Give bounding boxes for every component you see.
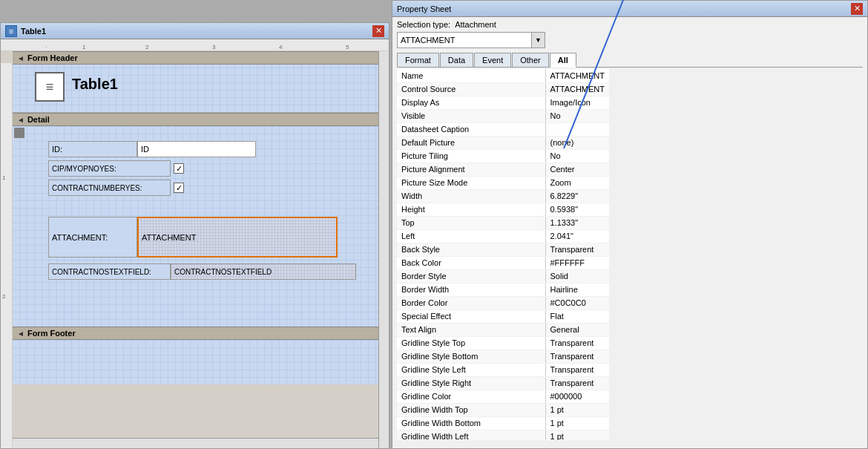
prop-value-cell[interactable]: Transparent bbox=[545, 376, 609, 390]
tab-all[interactable]: All bbox=[550, 53, 576, 68]
prop-value-cell[interactable]: 1 pt bbox=[545, 430, 609, 440]
property-row[interactable]: Control SourceATTACHMENT bbox=[397, 82, 609, 96]
prop-value-cell[interactable]: 2.041" bbox=[545, 229, 609, 243]
prop-value-cell[interactable]: Zoom bbox=[545, 176, 609, 189]
prop-value-cell[interactable] bbox=[545, 122, 609, 136]
property-row[interactable]: Special EffectFlat bbox=[397, 309, 609, 323]
property-row[interactable]: Default Picture(none) bbox=[397, 136, 609, 149]
form-header-icon: ≡ bbox=[35, 72, 65, 102]
contract-number-label: CONTRACTNUMBERYES: bbox=[48, 180, 171, 196]
prop-name-cell: Visible bbox=[397, 109, 545, 122]
form-footer-area bbox=[13, 340, 389, 384]
property-row[interactable]: VisibleNo bbox=[397, 109, 609, 122]
prop-name-cell: Gridline Style Right bbox=[397, 376, 545, 390]
form-footer-section: ◄ Form Footer bbox=[13, 327, 389, 384]
property-row[interactable]: Picture AlignmentCenter bbox=[397, 163, 609, 176]
property-row[interactable]: Width6.8229" bbox=[397, 189, 609, 203]
tab-event[interactable]: Event bbox=[474, 53, 511, 67]
prop-name-cell: Gridline Style Top bbox=[397, 336, 545, 350]
cip-checkbox[interactable]: ✓ bbox=[174, 163, 184, 174]
cip-label: CIP/MYOPNOYES: bbox=[48, 160, 171, 177]
prop-value-cell[interactable]: Hairline bbox=[545, 283, 609, 296]
horizontal-scrollbar[interactable] bbox=[13, 438, 378, 448]
prop-value-cell[interactable]: Image/Icon bbox=[545, 96, 609, 109]
tab-format[interactable]: Format bbox=[397, 53, 439, 67]
prop-value-cell[interactable]: #000000 bbox=[545, 390, 609, 403]
contract-number-checkbox[interactable]: ✓ bbox=[174, 183, 184, 193]
property-tabs: Format Data Event Other All bbox=[397, 53, 863, 68]
property-row[interactable]: Datasheet Caption bbox=[397, 122, 609, 136]
prop-value-cell[interactable]: 6.8229" bbox=[545, 189, 609, 203]
form-design-area: 1 2 ◄ Form Header ≡ Table1 ◄ Detail bbox=[1, 51, 389, 448]
prop-value-cell[interactable]: ATTACHMENT bbox=[545, 82, 609, 96]
property-close-button[interactable]: ✕ bbox=[851, 3, 863, 15]
form-header-title: Table1 bbox=[72, 76, 118, 93]
property-row[interactable]: Back StyleTransparent bbox=[397, 243, 609, 256]
property-row[interactable]: Back Color#FFFFFF bbox=[397, 256, 609, 269]
property-row[interactable]: Top1.1333" bbox=[397, 216, 609, 229]
prop-value-cell[interactable]: 1 pt bbox=[545, 403, 609, 416]
property-title-bar: Property Sheet ✕ bbox=[392, 1, 867, 17]
property-row[interactable]: Display AsImage/Icon bbox=[397, 96, 609, 109]
tab-data[interactable]: Data bbox=[440, 53, 473, 67]
property-row[interactable]: Border StyleSolid bbox=[397, 269, 609, 283]
move-handle[interactable] bbox=[14, 128, 24, 138]
prop-value-cell[interactable]: Solid bbox=[545, 269, 609, 283]
property-row[interactable]: Height0.5938" bbox=[397, 203, 609, 216]
vertical-ruler: 1 2 bbox=[1, 63, 13, 448]
prop-value-cell[interactable]: Transparent bbox=[545, 336, 609, 350]
property-row[interactable]: Gridline Width Top1 pt bbox=[397, 403, 609, 416]
prop-value-cell[interactable]: Flat bbox=[545, 309, 609, 323]
attachment-label: ATTACHMENT: bbox=[48, 217, 137, 258]
prop-value-cell[interactable]: General bbox=[545, 323, 609, 336]
prop-name-cell: Special Effect bbox=[397, 309, 545, 323]
attachment-control[interactable]: ATTACHMENT bbox=[137, 217, 338, 258]
prop-name-cell: Left bbox=[397, 229, 545, 243]
property-row[interactable]: Gridline Width Left1 pt bbox=[397, 430, 609, 440]
prop-value-cell[interactable]: 1 pt bbox=[545, 416, 609, 430]
dropdown-value: ATTACHMENT bbox=[398, 36, 531, 45]
prop-value-cell[interactable]: Transparent bbox=[545, 350, 609, 363]
prop-name-cell: Picture Tiling bbox=[397, 149, 545, 163]
contractno-control[interactable]: CONTRACTNOSTEXTFIELD bbox=[171, 263, 356, 280]
prop-value-cell[interactable]: No bbox=[545, 109, 609, 122]
prop-value-cell[interactable]: (none) bbox=[545, 136, 609, 149]
vertical-scrollbar[interactable] bbox=[378, 51, 389, 448]
property-window-title: Property Sheet bbox=[397, 4, 451, 13]
dropdown-arrow-icon[interactable]: ▼ bbox=[531, 33, 545, 47]
property-row[interactable]: NameATTACHMENT bbox=[397, 69, 609, 82]
prop-name-cell: Display As bbox=[397, 96, 545, 109]
form-header-label: ◄ Form Header bbox=[13, 51, 389, 65]
prop-value-cell[interactable]: 0.5938" bbox=[545, 203, 609, 216]
detail-arrow-icon: ◄ bbox=[17, 116, 24, 124]
property-content: Selection type: Attachment ATTACHMENT ▼ … bbox=[392, 17, 867, 443]
property-row[interactable]: Gridline Color#000000 bbox=[397, 390, 609, 403]
prop-name-cell: Default Picture bbox=[397, 136, 545, 149]
property-row[interactable]: Text AlignGeneral bbox=[397, 323, 609, 336]
property-row[interactable]: Gridline Style RightTransparent bbox=[397, 376, 609, 390]
prop-value-cell[interactable]: 1.1333" bbox=[545, 216, 609, 229]
prop-value-cell[interactable]: #FFFFFF bbox=[545, 256, 609, 269]
property-row[interactable]: Gridline Style BottomTransparent bbox=[397, 350, 609, 363]
property-row[interactable]: Gridline Style LeftTransparent bbox=[397, 363, 609, 376]
field-row-cip: CIP/MYOPNOYES: ✓ bbox=[48, 160, 184, 177]
form-window-icon: ≡ bbox=[5, 25, 17, 37]
property-row[interactable]: Left2.041" bbox=[397, 229, 609, 243]
property-row[interactable]: Picture TilingNo bbox=[397, 149, 609, 163]
prop-value-cell[interactable]: ATTACHMENT bbox=[545, 69, 609, 82]
property-row[interactable]: Border Color#C0C0C0 bbox=[397, 296, 609, 309]
detail-section: ◄ Detail ID: ID CIP/MYOPNOYES: ✓ CO bbox=[13, 113, 389, 327]
property-row[interactable]: Picture Size ModeZoom bbox=[397, 176, 609, 189]
prop-value-cell[interactable]: Transparent bbox=[545, 243, 609, 256]
form-close-button[interactable]: ✕ bbox=[372, 25, 384, 37]
property-row[interactable]: Gridline Width Bottom1 pt bbox=[397, 416, 609, 430]
id-control[interactable]: ID bbox=[137, 141, 256, 157]
tab-other[interactable]: Other bbox=[512, 53, 549, 67]
prop-value-cell[interactable]: Transparent bbox=[545, 363, 609, 376]
property-row[interactable]: Border WidthHairline bbox=[397, 283, 609, 296]
prop-value-cell[interactable]: Center bbox=[545, 163, 609, 176]
property-row[interactable]: Gridline Style TopTransparent bbox=[397, 336, 609, 350]
prop-value-cell[interactable]: #C0C0C0 bbox=[545, 296, 609, 309]
prop-value-cell[interactable]: No bbox=[545, 149, 609, 163]
object-dropdown[interactable]: ATTACHMENT ▼ bbox=[397, 32, 545, 48]
